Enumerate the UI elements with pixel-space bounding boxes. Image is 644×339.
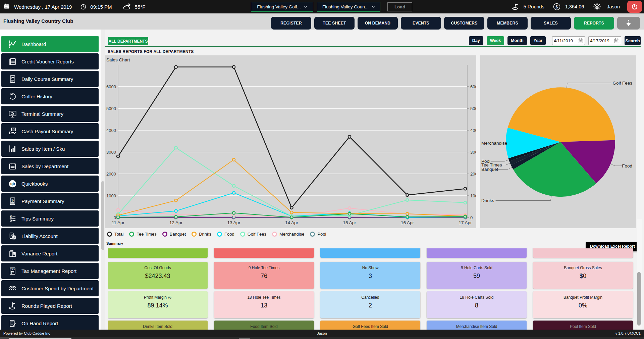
nav-tab-reports[interactable]: REPORTS (574, 17, 614, 30)
current-date: Wednesday , 17 Apr 2019 (14, 4, 72, 10)
calendar-picker-icon[interactable] (578, 38, 583, 43)
current-temperature: 55°F (135, 4, 146, 10)
legend-item-merchandise[interactable]: Merchandise (272, 232, 304, 237)
sidebar-item-label: Tips Summary (21, 216, 54, 222)
legend-marker-icon (310, 232, 315, 237)
nav-tab-members[interactable]: MEMBERS (487, 17, 528, 30)
sidebar-item-label: On Hand Report (21, 321, 58, 326)
sidebar-item-quickbooks[interactable]: qbQuickbooks (1, 176, 99, 192)
chart-title: Sales Chart (106, 57, 130, 62)
card-label: Cost Of Goods (144, 265, 171, 270)
card-label: Food Item Sold (250, 324, 277, 329)
sidebar-item-variance-report[interactable]: Variance Report (1, 245, 99, 261)
sidebar-scrollbar-track[interactable] (101, 30, 105, 330)
summary-card-pool-item-sold: Pool Item Sold0 (533, 321, 633, 330)
legend-item-pool[interactable]: Pool (310, 232, 326, 237)
all-departments-button[interactable]: ALL DEPARTMENTS (108, 37, 148, 45)
payment-icon: $ (8, 197, 17, 206)
svg-text:17 Apr: 17 Apr (459, 220, 472, 225)
svg-text:2000: 2000 (106, 172, 116, 177)
horizontal-scrollbar-thumb-2[interactable] (239, 338, 250, 339)
sidebar-item-golfer-history[interactable]: Golfer History (1, 88, 99, 104)
summary-card-row1-col4: 67 (427, 248, 527, 258)
customer-spend-icon (8, 284, 17, 293)
card-label: No Show (362, 265, 379, 270)
period-button-year[interactable]: Year (530, 36, 546, 45)
sidebar-item-tips-summary[interactable]: $Tips Summary (1, 210, 99, 227)
period-button-week[interactable]: Week (487, 36, 504, 45)
card-value: $0 (580, 273, 586, 280)
legend-label: Golf Fees (248, 232, 266, 237)
page-title: Flushing Valley Country Club (3, 18, 73, 24)
sidebar-scrollbar-thumb[interactable] (101, 181, 104, 250)
nav-tab-on-demand[interactable]: ON DEMAND (358, 17, 398, 30)
sidebar-item-daily-course-summary[interactable]: Daily Course Summary (1, 71, 99, 87)
sidebar-item-rounds-played-report[interactable]: Rounds Played Report (1, 298, 99, 314)
sidebar-item-sales-by-department[interactable]: Sales by Department (1, 158, 99, 174)
logout-power-button[interactable] (627, 1, 642, 13)
credit-voucher-icon (8, 57, 17, 66)
period-button-day[interactable]: Day (469, 36, 483, 45)
legend-item-food[interactable]: Food (217, 232, 234, 237)
sidebar-item-liability-account[interactable]: Liability Account (1, 228, 99, 244)
summary-title: Summary (106, 241, 123, 245)
summary-card-banquet-profit-margin: Banquet Profit Margin0% (533, 291, 633, 318)
date-to-input[interactable]: 4/17/2019 (588, 36, 621, 45)
download-nav-button[interactable] (617, 17, 640, 30)
sidebar-item-credit-voucher-reports[interactable]: Credit Voucher Reports (1, 53, 99, 69)
card-label: 9 Hole Tee Times (249, 265, 280, 270)
calendar-picker-icon[interactable] (614, 38, 620, 43)
sidebar-item-label: Golfer History (21, 94, 52, 99)
summary-card-row1-col5: 0 (533, 248, 633, 258)
svg-text:4000: 4000 (106, 128, 116, 133)
nav-tab-events[interactable]: EVENTS (401, 17, 441, 30)
rounds-count: 5 Rounds (524, 4, 544, 9)
svg-text:Pool: Pool (481, 159, 490, 164)
course-dropdown-2[interactable]: Flushing Valley Coun... (317, 2, 380, 12)
sidebar-item-customer-spend-by-department[interactable]: Customer Spend by Department (1, 280, 99, 296)
sidebar-item-tax-management-report[interactable]: TAX$Tax Management Report (1, 263, 99, 279)
svg-text:Drinks: Drinks (481, 198, 494, 203)
horizontal-scrollbar-thumb[interactable] (9, 338, 71, 339)
sidebar-item-cash-payout-summary[interactable]: Cash Payout Summary (1, 123, 99, 139)
summary-card-row1-col3: 84 (320, 248, 420, 258)
nav-tab-sales[interactable]: SALES (531, 17, 571, 30)
legend-item-total[interactable]: Total (107, 232, 123, 237)
sidebar-item-payment-summary[interactable]: $Payment Summary (1, 193, 99, 209)
sidebar-item-on-hand-report[interactable]: On Hand Report (1, 315, 99, 330)
load-button[interactable]: Load (387, 2, 412, 11)
nav-tab-tee-sheet[interactable]: TEE SHEET (314, 17, 355, 30)
gear-icon[interactable] (593, 2, 601, 11)
svg-text:6000: 6000 (470, 84, 476, 89)
card-value: 8 (475, 302, 478, 309)
account-balance: 1,364.06 (565, 4, 584, 9)
nav-tab-register[interactable]: REGISTER (271, 17, 311, 30)
svg-text:12 Apr: 12 Apr (169, 220, 183, 225)
legend-item-banquet[interactable]: Banquet (162, 232, 186, 237)
search-button[interactable]: Search (625, 36, 641, 45)
summary-card-no-show: No Show3 (320, 262, 420, 289)
svg-text:3000: 3000 (106, 150, 116, 155)
svg-text:5000: 5000 (106, 106, 116, 111)
sidebar-item-dashboard[interactable]: Dashboard (1, 36, 99, 52)
period-button-month[interactable]: Month (507, 36, 527, 45)
sidebar-item-terminal-summary[interactable]: Terminal Summary (1, 106, 99, 122)
rounds-played-icon (8, 301, 17, 310)
legend-item-tee-times[interactable]: Tee Times (129, 232, 156, 237)
card-label: Golf Fees Item Sold (353, 324, 388, 329)
legend-item-drinks[interactable]: Drinks (192, 232, 211, 237)
summary-scrollbar-thumb[interactable] (637, 272, 641, 326)
legend-item-golf-fees[interactable]: Golf Fees (240, 232, 266, 237)
card-label: 18 Hole Tee Times (247, 295, 280, 300)
sidebar-item-sales-by-item-sku[interactable]: Sales by Item / Sku (1, 141, 99, 157)
tax-icon: TAX$ (8, 267, 17, 276)
user-name: Jason (607, 4, 620, 9)
current-time: 09:15 PM (90, 4, 112, 10)
card-label: Banquet Gross Sales (564, 265, 602, 270)
nav-tab-customers[interactable]: CUSTOMERS (444, 17, 484, 30)
dollar-icon: $ (552, 2, 561, 11)
card-value: 89.14% (147, 302, 168, 309)
horizontal-scrollbar[interactable] (0, 337, 644, 339)
date-from-input[interactable]: 4/11/2019 (552, 36, 585, 45)
course-dropdown-1[interactable]: Flushing Valley Golf... (251, 2, 313, 12)
